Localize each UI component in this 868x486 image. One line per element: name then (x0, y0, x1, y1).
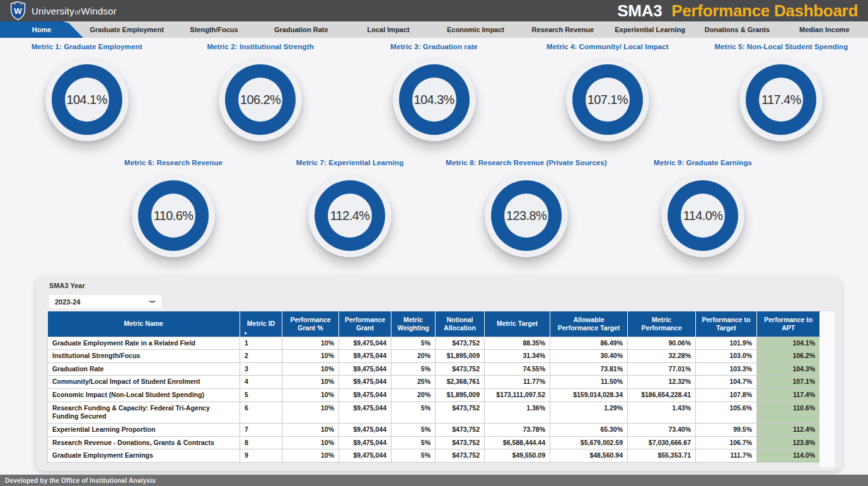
tab-economic-impact[interactable]: Economic Impact (432, 21, 519, 38)
metric-value: 104.3% (414, 93, 454, 107)
table-row[interactable]: Economic Impact (Non-Local Student Spend… (48, 389, 820, 402)
column-header-metric-name[interactable]: Metric Name (48, 311, 240, 337)
tab-donations-grants[interactable]: Donations & Grants (693, 21, 780, 38)
svg-text:W: W (14, 6, 22, 16)
dashboard-page: W UniversityofWindsor SMA3 Performance D… (0, 0, 868, 486)
table-cell: Research Funding & Capacity: Federal Tri… (48, 402, 240, 423)
table-cell: 86.49% (550, 337, 628, 350)
table-cell: 10% (282, 362, 339, 376)
table-cell: Graduate Employment Rate in a Related Fi… (48, 337, 240, 350)
table-cell: 5% (391, 362, 436, 376)
metric-card: Metric 2: Institutional Strength106.2% (173, 43, 347, 141)
table-cell: $159,014,028.34 (550, 389, 628, 402)
tab-median-income[interactable]: Median Income (781, 21, 868, 38)
metric-gauge: 114.0% (661, 174, 744, 257)
metric-label: Metric 8: Research Revenue (Private Sour… (446, 159, 607, 166)
column-header-metric-weighting[interactable]: Metric Weighting (391, 311, 436, 337)
table-cell: 10% (282, 376, 339, 389)
column-header-performance-to-target[interactable]: Performance to Target (696, 311, 757, 337)
metric-card: Metric 6: Research Revenue110.6% (85, 159, 262, 257)
table-cell: $473,752 (436, 362, 485, 376)
table-cell: 5% (391, 337, 436, 350)
table-row[interactable]: Graduate Employment Rate in a Related Fi… (48, 337, 820, 350)
table-row[interactable]: Experiential Learning Proportion710%$9,4… (48, 423, 820, 436)
table-scrollbar-track[interactable] (819, 311, 835, 467)
table-cell: 32.28% (628, 350, 696, 363)
table-cell: $9,475,044 (339, 449, 391, 463)
table-cell: 107.8% (696, 389, 757, 402)
table-row[interactable]: Graduation Rate310%$9,475,0445%$473,7527… (48, 362, 820, 376)
table-cell: 103.3% (696, 362, 757, 376)
metric-label: Metric 3: Graduation rate (390, 43, 478, 50)
table-cell: 1.36% (485, 402, 550, 423)
table-cell: $9,475,044 (339, 337, 391, 350)
gauge-center: 110.6% (151, 194, 195, 238)
metrics-row1: Metric 1: Graduate Employment104.1%Metri… (0, 43, 868, 141)
table-cell: Community/Local Impact of Student Enrolm… (48, 376, 240, 389)
table-row[interactable]: Research Revenue - Donations, Grants & C… (48, 436, 820, 449)
year-dropdown[interactable]: 2023-24 ⌄ (49, 295, 161, 308)
table-cell: $5,679,002.59 (550, 436, 628, 449)
tab-graduate-employment[interactable]: Graduate Employment (83, 21, 170, 38)
table-cell: 74.55% (485, 362, 550, 376)
table-cell: 73.40% (628, 423, 696, 436)
table-cell: Research Revenue - Donations, Grants & C… (48, 436, 240, 449)
table-cell: 123.8% (757, 436, 820, 449)
table-cell: Institutional Strength/Focus (48, 350, 240, 363)
gauge-center: 107.1% (586, 78, 630, 122)
gauge-ring: 117.4% (746, 64, 816, 135)
column-header-metric-performance[interactable]: Metric Performance (628, 311, 696, 337)
tab-experiential-learning[interactable]: Experiential Learning (606, 21, 693, 38)
metric-value: 110.6% (154, 209, 194, 223)
column-header-metric-target[interactable]: Metric Target (485, 311, 550, 337)
table-cell: $473,752 (436, 449, 485, 463)
tab-research-revenue[interactable]: Research Revenue (519, 21, 606, 38)
tab-local-impact[interactable]: Local Impact (345, 21, 432, 38)
table-row[interactable]: Graduate Employment Earnings910%$9,475,0… (48, 449, 820, 463)
brand-word-of: of (75, 9, 81, 16)
metric-card: Metric 8: Research Revenue (Private Sour… (438, 159, 615, 257)
table-cell: $9,475,044 (339, 423, 391, 436)
table-cell: 20% (391, 350, 436, 363)
table-cell: 1.43% (628, 402, 696, 423)
column-header-notional-allocation[interactable]: Notional Allocation (436, 311, 485, 337)
table-row[interactable]: Institutional Strength/Focus210%$9,475,0… (48, 350, 820, 363)
table-cell: 99.5% (696, 423, 757, 436)
gauge-center: 106.2% (238, 78, 282, 122)
metric-gauge: 104.3% (393, 58, 476, 141)
table-cell: 31.34% (485, 350, 550, 363)
column-header-performance-grant[interactable]: Performance Grant % (282, 311, 339, 337)
chevron-down-icon: ⌄ (146, 297, 159, 304)
table-cell: $1,895,009 (436, 350, 485, 363)
column-header-performance-grant[interactable]: Performance Grant (339, 311, 391, 337)
table-cell: $1,895,009 (436, 389, 485, 402)
table-cell: $55,353.71 (628, 449, 696, 463)
sort-ascending-icon: ▲ (243, 330, 248, 336)
metric-gauge: 123.8% (485, 174, 568, 257)
table-cell: $473,752 (436, 402, 485, 423)
metric-gauge: 110.6% (132, 174, 215, 257)
metric-card: Metric 1: Graduate Employment104.1% (0, 43, 173, 141)
column-header-performance-to-apt[interactable]: Performance to APT (757, 311, 820, 337)
table-row[interactable]: Community/Local Impact of Student Enrolm… (48, 376, 820, 389)
tab-stength-focus[interactable]: Stength/Focus (170, 21, 257, 38)
page-title-main: Performance Dashboard (671, 1, 858, 20)
table-cell: Graduation Rate (48, 362, 240, 376)
gauge-center: 114.0% (681, 194, 725, 238)
metric-gauge: 106.2% (219, 58, 302, 141)
table-row[interactable]: Research Funding & Capacity: Federal Tri… (48, 402, 820, 423)
tab-graduation-rate[interactable]: Graduation Rate (258, 21, 345, 38)
tab-home[interactable]: Home (0, 21, 83, 38)
column-header-allowable-performance-target[interactable]: Allowable Performance Target (550, 311, 628, 337)
brand-word-windsor: Windsor (81, 6, 117, 16)
metric-card: Metric 5: Non-Local Student Spending117.… (695, 43, 868, 141)
column-header-metric-id[interactable]: Metric ID▲ (240, 311, 282, 337)
metric-label: Metric 4: Community/ Local Impact (547, 43, 669, 50)
nav-tabs: HomeGraduate EmploymentStength/FocusGrad… (0, 21, 868, 38)
gauge-ring: 106.2% (225, 64, 296, 135)
table-cell: 5 (240, 389, 282, 402)
table-cell: 8 (240, 436, 282, 449)
table-cell: 104.7% (696, 376, 757, 389)
table-cell: $9,475,044 (339, 436, 391, 449)
metrics-row2: Metric 6: Research Revenue110.6%Metric 7… (85, 159, 791, 257)
